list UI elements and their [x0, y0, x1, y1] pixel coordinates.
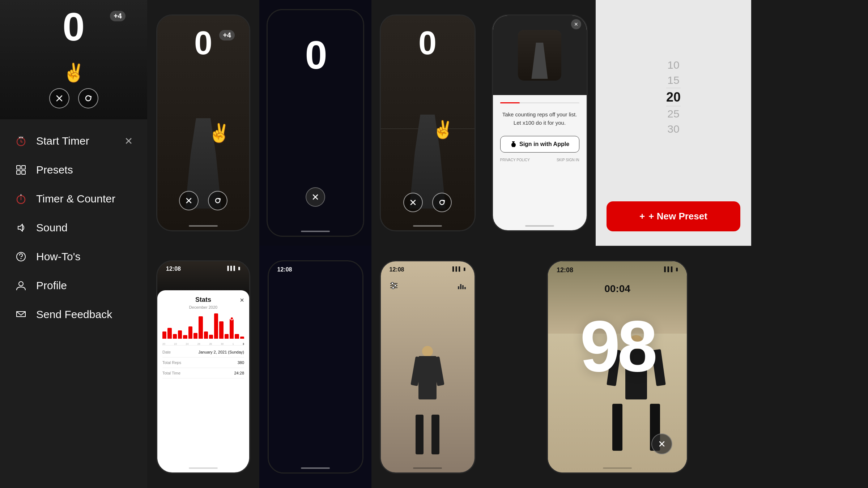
label-3-selected: 3 — [243, 343, 244, 345]
phone3-close-btn[interactable] — [403, 193, 423, 212]
timer-close-btn[interactable] — [651, 433, 672, 454]
sidebar-close-button[interactable] — [49, 88, 69, 108]
new-preset-label: + New Preset — [648, 211, 707, 222]
bar-9 — [209, 335, 213, 339]
svg-point-10 — [21, 258, 22, 259]
phone3-refresh-btn[interactable] — [432, 193, 452, 212]
bar-0 — [162, 331, 166, 339]
stats-signal-icon: ▌▌▌ — [227, 266, 237, 271]
total-reps-value: 380 — [238, 360, 244, 365]
svg-rect-25 — [460, 284, 461, 289]
purple-phone-time: 12:08 — [277, 266, 292, 273]
phone-signin: ✕ Take counting reps off your list.Let x… — [492, 14, 588, 231]
timer-status: 12:08 ▌▌▌ ▮ — [557, 266, 678, 274]
sidebar-item-send-feedback[interactable]: Send Feedback — [0, 300, 147, 329]
svg-point-23 — [392, 287, 394, 289]
sidebar-item-start-timer[interactable]: Start Timer ✕ — [0, 127, 147, 155]
phone1-buttons — [179, 191, 227, 210]
workout-status: 12:08 ▌▌▌ ▮ — [390, 266, 466, 273]
phone-timer: 12:08 ▌▌▌ ▮ 00:04 98 — [547, 260, 688, 474]
total-time-value: 24:28 — [234, 371, 244, 375]
stats-close-button[interactable]: × — [240, 296, 244, 304]
sign-in-apple-button[interactable]: Sign in with Apple — [500, 136, 579, 153]
sidebar-counter: 0 — [63, 4, 85, 50]
home-indicator-4 — [525, 225, 554, 227]
sidebar-item-timer-counter[interactable]: Timer & Counter — [0, 184, 147, 213]
label-26: 26 — [197, 343, 200, 345]
sidebar-refresh-button[interactable] — [78, 88, 98, 108]
svg-rect-24 — [458, 286, 459, 289]
bar-1 — [167, 328, 171, 339]
timer-signal: ▌▌▌ — [664, 266, 674, 274]
workout-battery: ▮ — [463, 266, 466, 273]
sidebar-item-howtos-label: How-To's — [36, 251, 80, 263]
workout-time: 12:08 — [390, 266, 404, 273]
bar-10 — [214, 313, 218, 339]
signin-headline: Take counting reps off your list.Let x10… — [502, 111, 577, 127]
svg-point-21 — [391, 282, 393, 284]
number-picker: 10 15 20 25 30 — [596, 0, 751, 194]
refresh-icon-1 — [214, 197, 221, 204]
label-20: 20 — [162, 343, 165, 345]
label-22: 22 — [174, 343, 177, 345]
stats-reps-row: Total Reps 380 — [162, 358, 244, 368]
workout-bars-icon[interactable] — [456, 281, 467, 292]
phone1-badge: +4 — [219, 30, 235, 40]
send-feedback-icon — [14, 308, 27, 321]
phone1-refresh-btn[interactable] — [208, 191, 227, 210]
preset-panel: 10 15 20 25 30 + + New Preset — [596, 0, 751, 246]
sidebar-item-profile[interactable]: Profile — [0, 271, 147, 300]
svg-rect-27 — [464, 287, 466, 289]
svg-rect-4 — [22, 166, 25, 169]
sidebar-item-presets[interactable]: Presets — [0, 155, 147, 184]
phone1-close-btn[interactable] — [179, 191, 199, 210]
total-reps-label: Total Reps — [162, 360, 181, 365]
bar-8 — [204, 331, 208, 339]
stats-card: Stats × December 2020 — [157, 290, 249, 472]
bar-12 — [225, 334, 229, 339]
workout-settings-icon[interactable] — [389, 281, 399, 292]
sidebar-item-sound[interactable]: Sound — [0, 213, 147, 242]
close-icon-1 — [186, 197, 192, 204]
person-head — [422, 346, 433, 357]
bar-7 — [199, 316, 203, 339]
peace-sign-2: ✌️ — [432, 120, 454, 140]
sidebar-item-send-feedback-label: Send Feedback — [36, 308, 112, 321]
phone-stats: 12:08 ▌▌▌ ▮ Stats × December 2020 — [156, 260, 250, 474]
close-icon — [55, 94, 63, 102]
stats-month: December 2020 — [162, 305, 244, 309]
close-icon-2 — [312, 194, 319, 200]
picker-item-30: 30 — [667, 121, 679, 137]
main-content: ✌️ 0 +4 — [147, 0, 868, 488]
signin-img-close[interactable]: ✕ — [571, 19, 581, 29]
sidebar-item-close-icon[interactable]: ✕ — [124, 135, 133, 147]
timer-big-number: 98 — [548, 305, 687, 388]
privacy-policy-link[interactable]: PRIVACY POLICY — [500, 158, 530, 162]
sign-in-apple-label: Sign in with Apple — [519, 141, 569, 147]
stats-status-icons: ▌▌▌ ▮ — [227, 266, 241, 271]
home-indicator-1 — [189, 225, 218, 227]
sidebar-item-howtos[interactable]: How-To's — [0, 242, 147, 271]
chart-labels: 20 22 24 26 28 30 1 3 — [162, 343, 244, 345]
refresh-icon — [84, 94, 92, 102]
svg-rect-5 — [17, 171, 20, 174]
phone-exercise-2: ✌️ 0 — [380, 14, 476, 231]
stats-time-row: Total Time 24:28 — [162, 368, 244, 378]
workout-person — [411, 346, 444, 454]
workout-status-icons: ▌▌▌ ▮ — [452, 266, 466, 273]
sidebar-buttons — [49, 88, 98, 108]
skip-sign-in-link[interactable]: SKIP SIGN IN — [557, 158, 579, 162]
bar-14 — [235, 334, 239, 339]
phone-exercise-1: ✌️ 0 +4 — [156, 14, 250, 231]
workout-signal: ▌▌▌ — [452, 266, 462, 273]
timer-display: 00:04 — [548, 283, 687, 295]
person-right-leg — [431, 415, 439, 454]
sidebar-item-presets-label: Presets — [36, 164, 73, 176]
new-preset-button[interactable]: + + New Preset — [607, 201, 740, 231]
home-indicator-8 — [603, 467, 632, 469]
picker-col-1[interactable]: 10 15 20 25 30 — [661, 57, 686, 137]
total-time-label: Total Time — [162, 371, 180, 375]
sidebar-badge: +4 — [110, 11, 125, 21]
dots-phone-close-btn[interactable] — [306, 187, 325, 207]
dots-phone-zero: 0 — [305, 32, 326, 78]
